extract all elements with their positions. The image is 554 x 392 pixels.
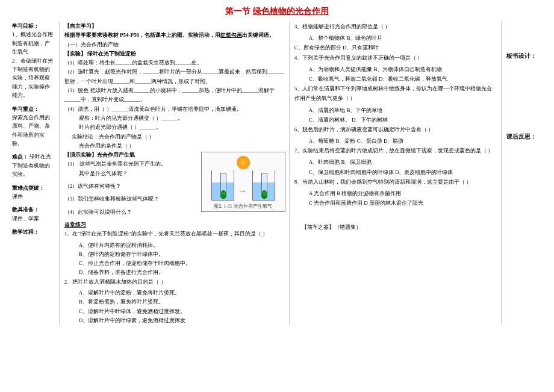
question-5: 5、人们常在清晨和下午到草地或树林中散炼身体，你认为在哪一个环境中植物光合作用产…: [294, 84, 497, 103]
self-study-instruction: 根据导学案要求读教材 P54-P56，包括课本上的图、实验活动，用红笔勾画出关键…: [64, 31, 285, 40]
q4-options-cd: C、吸收氧气，释放二氧化碳 D、吸收二氧化碳，释放氧气: [294, 74, 497, 84]
content-columns: 学习目标： 1、概述光合作用制造有机物，产生氧气 2、会做绿叶在光下制造有机物的…: [12, 22, 542, 325]
question-3: 3、植物能够进行光合作用的部位是（ ）: [294, 22, 497, 31]
board-design-heading: 板书设计：: [506, 52, 542, 60]
step-4a: （4）漂洗，用（ ）______清洗黄白色叶片，平铺在培养皿中，滴加碘液。: [64, 105, 285, 114]
p1-option-c: C、停止光合作用，使淀粉储存于叶肉细胞中。: [79, 259, 285, 268]
q6-options: A、葡萄糖 B、淀粉 C、蛋白质 D、脂肪: [294, 136, 497, 146]
right-questions: 3、植物能够进行光合作用的部位是（ ） A、整个植物体 B、绿色的叶片 C、所有…: [294, 22, 502, 325]
practice-heading: 当堂练习: [64, 220, 285, 229]
q8-options-ab: A 光合作用 B 植物的分泌物有杀菌作用: [294, 188, 497, 198]
title-main: 绿色植物的光合作用: [253, 7, 329, 16]
q4-options-ab: A、为动物和人类提供能量 B、为物体体自己制造有机物: [294, 64, 497, 74]
step-3: （3）脱色 把该叶片放入盛有______的小烧杯中，______加热，使叶片中的…: [64, 86, 285, 105]
oxygen-experiment-diagram: → 图2. 1-11 光合作用产生氧气: [201, 152, 285, 212]
step-4c: 叶片的遮光部分遇碘（ ）______。: [64, 123, 285, 132]
question-7: 7、实验结束后将变蓝的叶片做成切片，放在显微镜下观察，发现变成蓝色的是（ ）: [294, 146, 497, 155]
section-1-heading: （一）光合作用的产物: [64, 40, 285, 49]
conclusion-a: 实验结论：光合作用的产物是（ ）: [64, 132, 285, 142]
step-2: （2）选叶遮光，赵照光作对照，______将叶片的一部分从______遮盖起来，…: [64, 67, 285, 86]
reflection-heading: 课后反思：: [506, 132, 542, 141]
objective-1: 1、概述光合作用制造有机物，产生氧气: [12, 30, 55, 56]
p2-option-b: B、将淀粉煮熟，避免将叶片烫死。: [79, 297, 285, 306]
question-6: 6、脱色后的叶片，滴加碘液变蓝可以确定叶片中含有（ ）: [294, 125, 497, 134]
difficulty-heading: 难点：: [12, 154, 28, 160]
aquatic-plant-left: [220, 190, 226, 199]
p2-option-d: D、溶解叶片中的叶绿素，避免酒精过度挥发: [79, 316, 285, 325]
page-title: 第一节 绿色植物的光合作用: [12, 6, 542, 17]
question-8: 8、当踏入山林时，我们会感到空气特别的清新和湿润，这主要是由于（ ）: [294, 177, 497, 187]
sun-icon: [237, 156, 250, 169]
beaker-left: [211, 170, 234, 201]
error-collection-heading: 【前车之鉴】（错题集）: [294, 222, 497, 232]
focus-text: 探索光合作用的原料、产物、条件和场所的实验。: [12, 113, 55, 148]
process-heading: 教学过程：: [12, 228, 55, 236]
q7-options-ab: A、叶肉细胞 B、保卫细胞: [294, 157, 497, 167]
p2-option-a: A、溶解叶片中的淀粉，避免将叶片烫死。: [79, 288, 285, 297]
q7-options-cd: C、保卫细胞和叶肉细胞中的叶绿体 D、表皮细胞中的叶绿体: [294, 167, 497, 177]
q8-options-cd: C 光合作用和蒸腾作用 D 茂密的林木遮住了阳光: [294, 198, 497, 208]
breakthrough-text: 课件: [12, 192, 55, 201]
self-study-heading: 【自主学习】: [64, 22, 285, 31]
question-4: 4、下列关于光合作用意义的叙述不正确的一项是（ ）: [294, 53, 497, 63]
step-1: （1）暗处理：将生长______的盆栽天竺葵放到______处。: [64, 58, 285, 67]
experiment-heading: 【实验】 绿叶在光下制造淀粉: [64, 49, 285, 58]
p1-option-b: B、使叶内的淀粉储存于叶绿体中。: [79, 250, 285, 259]
sidebar-objectives: 学习目标： 1、概述光合作用制造有机物，产生氧气 2、会做绿叶在光下制造有机物的…: [12, 22, 60, 325]
practice-q2: 2、把叶片放入酒精隔水加热的目的是（ ）: [64, 278, 285, 287]
p1-option-a: A、使叶片内原有的淀粉消耗掉。: [79, 241, 285, 250]
beaker-right: [252, 170, 275, 201]
arrow-icon: →: [238, 182, 247, 199]
practice-q1: 1、在"绿叶在光下制造淀粉"的实验中，先将天兰葵放在黑暗处一昼夜，其目的是（ ）: [64, 229, 285, 238]
focus-heading: 学习重点：: [12, 105, 55, 113]
conclusion-b: 光合作用的条件是（ ）: [64, 142, 285, 151]
diagram-caption: 图2. 1-11 光合作用产生氧气: [202, 202, 285, 211]
teacher-notes: 板书设计： 课后反思：: [506, 22, 542, 325]
prep-heading: 教具准备：: [12, 205, 55, 214]
breakthrough-heading: 重难点突破：: [12, 184, 55, 192]
prep-text: 课件、学案: [12, 214, 55, 223]
aquatic-plant-right: [261, 190, 267, 199]
q3-options-cd: C、所有绿色的部分 D、只有茎和叶: [294, 43, 497, 52]
main-content: 【自主学习】 根据导学案要求读教材 P54-P56，包括课本上的图、实验活动，用…: [64, 22, 290, 325]
title-prefix: 第一节: [225, 7, 251, 16]
objectives-heading: 学习目标：: [12, 22, 55, 30]
worksheet-page: 第一节 绿色植物的光合作用 学习目标： 1、概述光合作用制造有机物，产生氧气 2…: [0, 0, 554, 392]
p2-option-c: C、溶解叶片中叶绿体，避免酒精过度挥发。: [79, 307, 285, 316]
q5-options-ab: A、清晨的草地 B、下午的草地: [294, 105, 497, 115]
p1-option-d: D、储备养料，准备进行光合作用。: [79, 268, 285, 277]
q3-options-ab: A、整个植物体 B、绿色的叶片: [294, 33, 497, 43]
q5-options-cd: C、清晨的树林。 D、下午的树林: [294, 115, 497, 125]
step-4b: 观察：叶片的见光部分遇碘变（ ）______。: [64, 114, 285, 123]
objective-2: 2、会做绿叶在光下制造有机物的实验，培养观察能力，实验操作能力。: [12, 57, 55, 100]
